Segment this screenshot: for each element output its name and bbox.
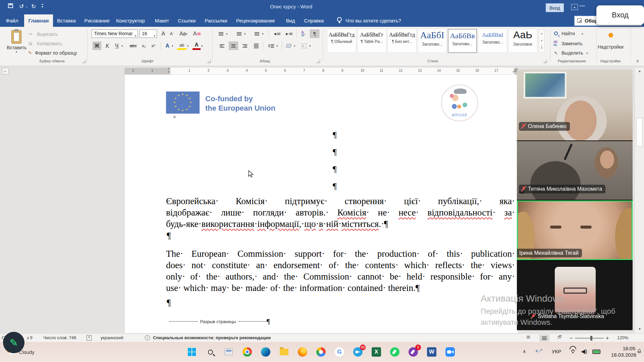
zoom-in-button[interactable]: + xyxy=(606,335,609,341)
edge-icon[interactable] xyxy=(260,347,271,357)
chrome-icon[interactable] xyxy=(242,347,253,357)
eng-paragraph-line1[interactable]: The· European· Commission· support· for·… xyxy=(166,249,515,259)
browser-icon-2[interactable] xyxy=(316,347,326,357)
select-caret-icon[interactable]: ▾ xyxy=(586,52,588,55)
tab-selector[interactable]: ⌐ xyxy=(2,68,9,74)
style-heading1[interactable]: АаБбІ Заголово... xyxy=(418,29,447,53)
shading-caret-icon[interactable]: ▾ xyxy=(294,44,296,48)
task-view-icon[interactable] xyxy=(223,347,234,357)
zoom-slider-track[interactable] xyxy=(575,338,604,339)
zoom-slider-thumb[interactable] xyxy=(590,336,592,341)
tab-draw[interactable]: Рисование xyxy=(81,14,113,27)
language-indicator[interactable]: украинский xyxy=(101,335,123,340)
tellme-box[interactable]: Что вы хотите сделать? xyxy=(345,14,409,27)
search-icon[interactable] xyxy=(205,347,216,357)
font-size-combo[interactable]: 16▾ xyxy=(140,29,157,38)
addins-icon[interactable] xyxy=(608,33,613,38)
eng-paragraph-line3[interactable]: only· of· the· authors,· and· the· Commi… xyxy=(166,272,515,282)
change-case-button[interactable]: Aa▾ xyxy=(178,29,189,38)
text-effects-button[interactable]: A xyxy=(163,42,172,50)
redo-icon[interactable]: ↻ xyxy=(31,3,36,10)
numbering-caret-icon[interactable]: ▾ xyxy=(244,32,246,36)
google-app-icon[interactable]: G xyxy=(334,347,345,357)
minimize-button[interactable]: — xyxy=(580,3,585,9)
word-icon[interactable]: W xyxy=(426,347,437,357)
cut-button[interactable]: Вырезать xyxy=(37,32,58,37)
start-button[interactable] xyxy=(186,347,197,357)
vertical-scrollbar[interactable]: ▲ ▼ xyxy=(635,68,644,334)
find-icon[interactable] xyxy=(554,32,558,35)
tab-insert[interactable]: Вставка xyxy=(54,14,79,27)
style-table-paragraph[interactable]: АаБбВвГг ¶ Table Pa... xyxy=(357,29,386,53)
tab-view[interactable]: Вид xyxy=(283,14,298,27)
highlight-caret-icon[interactable]: ▾ xyxy=(187,44,189,48)
font-family-combo[interactable]: Times New Romar▾ xyxy=(92,29,138,38)
tray-expand-icon[interactable]: ∧ xyxy=(523,349,526,362)
print-layout-button[interactable] xyxy=(539,335,549,342)
replace-icon[interactable]: abac xyxy=(553,40,557,46)
tab-mailings[interactable]: Рассылки xyxy=(203,14,229,27)
bullets-caret-icon[interactable]: ▾ xyxy=(226,32,228,36)
select-button[interactable]: Выделить xyxy=(561,50,583,56)
ukr-paragraph-line2[interactable]: відображає· лише· погляди· авторів.· Ком… xyxy=(166,207,515,218)
signin-button[interactable]: Вход xyxy=(546,3,564,12)
grow-font-button[interactable]: Aˆ xyxy=(160,29,168,38)
style-normal[interactable]: АаБбВвГгд ¶ Обычный xyxy=(327,29,356,53)
tab-references[interactable]: Ссылки xyxy=(176,14,198,27)
underline-button[interactable]: Ч xyxy=(113,42,121,50)
bold-button[interactable]: Ж xyxy=(93,42,101,50)
scroll-down-icon[interactable]: ▼ xyxy=(638,327,641,331)
tab-file[interactable]: Файл xyxy=(4,14,20,27)
first-line-indent-marker[interactable]: ▼ xyxy=(167,67,170,70)
undo-caret-icon[interactable]: ▾ xyxy=(26,5,27,8)
qat-customize-icon[interactable]: ▾ xyxy=(42,4,43,8)
collapse-ribbon-icon[interactable]: ∧ xyxy=(636,58,639,63)
eng-paragraph-line2[interactable]: does· not· constitute· an· endorsement· … xyxy=(166,260,515,270)
select-icon[interactable]: ↖ xyxy=(554,50,558,56)
file-explorer-icon[interactable] xyxy=(279,347,289,357)
word-count[interactable]: Число слов: 746 xyxy=(43,335,76,340)
shrink-font-button[interactable]: Aˇ xyxy=(168,29,176,38)
align-left-button[interactable] xyxy=(217,42,227,50)
shading-button[interactable] xyxy=(284,42,293,50)
align-center-button[interactable] xyxy=(229,42,238,50)
eng-paragraph-line4[interactable]: use· which· may· be· made· of· the· info… xyxy=(166,283,515,293)
zoom-out-button[interactable]: − xyxy=(570,335,573,341)
style-no-spacing[interactable]: АаБбВвГгд ¶ Без инт... xyxy=(387,29,417,53)
focus-assist-bell-icon[interactable]: 🕭 xyxy=(637,348,642,362)
superscript-button[interactable]: x² xyxy=(149,42,158,50)
page-indicator-rest[interactable]: з 9 xyxy=(27,335,33,340)
scroll-up-icon[interactable]: ▲ xyxy=(638,69,641,73)
font-dialog-launcher-icon[interactable] xyxy=(207,60,211,63)
borders-button[interactable]: + xyxy=(300,42,309,50)
accessibility-status[interactable]: Специальные возможности: проверьте реком… xyxy=(153,335,271,340)
justify-button[interactable] xyxy=(252,42,261,50)
font-color-caret-icon[interactable]: ▾ xyxy=(201,44,203,48)
line-spacing-button[interactable]: ⇕ xyxy=(266,42,276,50)
clear-formatting-button[interactable]: A xyxy=(192,29,202,38)
tab-home[interactable]: Главная xyxy=(24,14,53,27)
text-effects-caret-icon[interactable]: ▾ xyxy=(172,44,173,48)
excel-icon[interactable]: X xyxy=(371,347,382,357)
whatsapp-icon[interactable] xyxy=(389,347,400,357)
format-painter-button[interactable]: Формат по образцу xyxy=(35,50,77,56)
style-heading2-selected[interactable]: АаБбВв Заголово... xyxy=(448,29,477,53)
ribbon-display-options-icon[interactable]: ▴ xyxy=(571,4,578,10)
copy-button[interactable]: Копировать xyxy=(37,41,62,46)
ukr-paragraph-line1[interactable]: Європейська· Комісія· підтримує· створен… xyxy=(166,196,515,206)
ukr-paragraph-line3[interactable]: будь-яке·використання·інформації,·що·в·н… xyxy=(166,219,515,229)
find-button[interactable]: Найти xyxy=(561,31,575,36)
zoom-level[interactable]: 120% xyxy=(617,335,628,340)
numbering-button[interactable] xyxy=(235,29,244,38)
web-layout-button[interactable]: 🗗 xyxy=(555,335,565,342)
speaker-icon[interactable]: ◀) xyxy=(581,348,587,362)
clipboard-dialog-launcher-icon[interactable] xyxy=(83,60,86,63)
find-caret-icon[interactable]: ▾ xyxy=(582,32,583,36)
subscript-button[interactable]: x₂ xyxy=(140,42,148,50)
cut-icon[interactable]: ✂ xyxy=(29,32,33,37)
strikethrough-button[interactable]: abc xyxy=(127,42,139,50)
tab-help[interactable]: Справка xyxy=(303,14,325,27)
font-color-button[interactable]: А xyxy=(193,42,201,50)
hanging-indent-marker[interactable]: ▲ xyxy=(167,70,170,73)
styles-dialog-launcher-icon[interactable] xyxy=(543,60,547,63)
